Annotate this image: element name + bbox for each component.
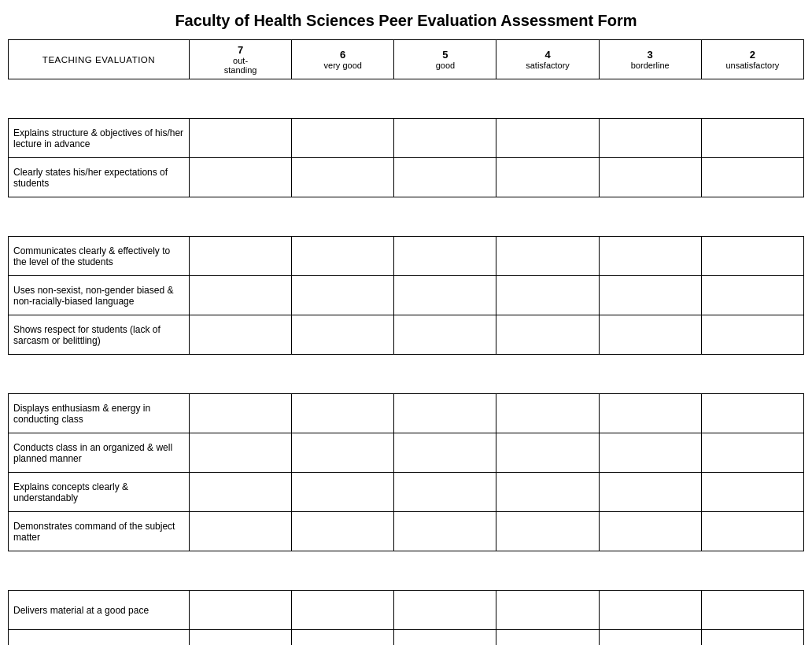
score-cell[interactable] xyxy=(292,512,394,551)
score-cell[interactable] xyxy=(190,158,292,197)
gap-row-3 xyxy=(9,355,804,394)
row-label-3: Communicates clearly & effectively to th… xyxy=(9,237,190,276)
score-cell[interactable] xyxy=(599,119,701,158)
score-cell[interactable] xyxy=(599,394,701,433)
score-cell[interactable] xyxy=(292,237,394,276)
row-label-5: Shows respect for students (lack of sarc… xyxy=(9,315,190,355)
score-cell[interactable] xyxy=(190,591,292,630)
score-cell[interactable] xyxy=(701,315,803,355)
score-6-num: 6 xyxy=(297,49,389,61)
score-cell[interactable] xyxy=(599,512,701,551)
column-header-4: 4 satisfactory xyxy=(496,40,599,79)
score-cell[interactable] xyxy=(599,591,701,630)
score-2-text: unsatisfactory xyxy=(707,61,799,70)
row-label-4: Uses non-sexist, non-gender biased & non… xyxy=(9,276,190,315)
score-cell[interactable] xyxy=(292,433,394,473)
table-row: Clearly states his/her expectations of s… xyxy=(9,158,804,197)
score-6-text: very good xyxy=(297,61,389,70)
score-cell[interactable] xyxy=(701,473,803,512)
score-cell[interactable] xyxy=(292,591,394,630)
page-container: Faculty of Health Sciences Peer Evaluati… xyxy=(0,0,812,645)
table-row: Demonstrates command of the subject matt… xyxy=(9,512,804,551)
score-cell[interactable] xyxy=(496,315,599,355)
score-cell[interactable] xyxy=(496,591,599,630)
score-cell[interactable] xyxy=(394,433,496,473)
score-cell[interactable] xyxy=(190,630,292,646)
score-cell[interactable] xyxy=(190,119,292,158)
score-7-text: out-standing xyxy=(194,56,286,75)
score-cell[interactable] xyxy=(496,394,599,433)
score-cell[interactable] xyxy=(599,433,701,473)
score-cell[interactable] xyxy=(701,158,803,197)
score-cell[interactable] xyxy=(599,276,701,315)
table-row: Displays enthusiasm & energy in conducti… xyxy=(9,394,804,433)
table-row: Communicates clearly & effectively to th… xyxy=(9,237,804,276)
score-cell[interactable] xyxy=(701,512,803,551)
score-cell[interactable] xyxy=(292,630,394,646)
row-label-9: Demonstrates command of the subject matt… xyxy=(9,512,190,551)
row-label-8: Explains concepts clearly & understandab… xyxy=(9,473,190,512)
score-cell[interactable] xyxy=(701,119,803,158)
score-cell[interactable] xyxy=(292,158,394,197)
score-cell[interactable] xyxy=(496,630,599,646)
score-cell[interactable] xyxy=(496,433,599,473)
score-cell[interactable] xyxy=(496,158,599,197)
score-cell[interactable] xyxy=(394,315,496,355)
score-cell[interactable] xyxy=(190,276,292,315)
score-cell[interactable] xyxy=(394,119,496,158)
score-7-num: 7 xyxy=(194,44,286,56)
column-header-3: 3 borderline xyxy=(599,40,701,79)
column-header-6: 6 very good xyxy=(292,40,394,79)
score-cell[interactable] xyxy=(599,630,701,646)
score-5-text: good xyxy=(399,61,491,70)
score-cell[interactable] xyxy=(599,158,701,197)
score-cell[interactable] xyxy=(292,315,394,355)
score-cell[interactable] xyxy=(292,394,394,433)
row-label-2: Clearly states his/her expectations of s… xyxy=(9,158,190,197)
score-cell[interactable] xyxy=(496,512,599,551)
score-cell[interactable] xyxy=(190,315,292,355)
score-cell[interactable] xyxy=(701,237,803,276)
score-cell[interactable] xyxy=(394,237,496,276)
table-row: Uses non-sexist, non-gender biased & non… xyxy=(9,276,804,315)
score-cell[interactable] xyxy=(701,276,803,315)
score-cell[interactable] xyxy=(394,158,496,197)
score-cell[interactable] xyxy=(701,630,803,646)
score-cell[interactable] xyxy=(496,237,599,276)
score-cell[interactable] xyxy=(599,315,701,355)
score-cell[interactable] xyxy=(292,119,394,158)
table-row: Shows respect for students (lack of sarc… xyxy=(9,315,804,355)
gap-row-4 xyxy=(9,551,804,591)
score-cell[interactable] xyxy=(394,630,496,646)
score-cell[interactable] xyxy=(190,237,292,276)
score-cell[interactable] xyxy=(190,433,292,473)
evaluation-table: TEACHING EVALUATION 7 out-standing 6 ver… xyxy=(8,39,804,645)
score-cell[interactable] xyxy=(496,473,599,512)
score-cell[interactable] xyxy=(394,512,496,551)
score-cell[interactable] xyxy=(190,394,292,433)
score-3-text: borderline xyxy=(604,61,696,70)
column-header-label: TEACHING EVALUATION xyxy=(9,40,190,79)
score-cell[interactable] xyxy=(496,276,599,315)
score-cell[interactable] xyxy=(394,591,496,630)
score-3-num: 3 xyxy=(604,49,696,61)
score-cell[interactable] xyxy=(190,473,292,512)
score-cell[interactable] xyxy=(394,473,496,512)
score-cell[interactable] xyxy=(394,394,496,433)
score-cell[interactable] xyxy=(599,237,701,276)
score-cell[interactable] xyxy=(496,119,599,158)
score-cell[interactable] xyxy=(701,591,803,630)
score-cell[interactable] xyxy=(292,473,394,512)
score-4-text: satisfactory xyxy=(501,61,593,70)
score-cell[interactable] xyxy=(394,276,496,315)
score-cell[interactable] xyxy=(701,433,803,473)
score-cell[interactable] xyxy=(599,473,701,512)
gap-row-1 xyxy=(9,79,804,119)
row-label-7: Conducts class in an organized & well pl… xyxy=(9,433,190,473)
page-title: Faculty of Health Sciences Peer Evaluati… xyxy=(8,12,804,30)
column-header-7: 7 out-standing xyxy=(190,40,292,79)
score-cell[interactable] xyxy=(701,394,803,433)
score-4-num: 4 xyxy=(501,49,593,61)
score-cell[interactable] xyxy=(292,276,394,315)
score-cell[interactable] xyxy=(190,512,292,551)
